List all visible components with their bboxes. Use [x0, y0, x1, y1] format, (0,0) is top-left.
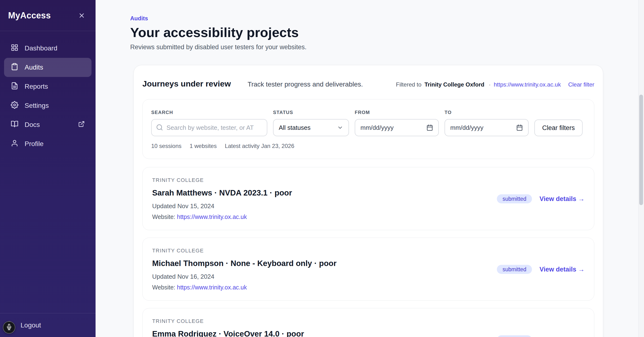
sidebar-item-label: Docs — [24, 121, 40, 129]
search-field: SEARCH — [151, 110, 267, 136]
scrollbar-track[interactable] — [638, 0, 644, 337]
sidebar-item-dashboard[interactable]: Dashboard — [4, 39, 92, 58]
sidebar-item-audits[interactable]: Audits — [4, 58, 92, 77]
status-field: STATUS All statuses — [273, 110, 349, 136]
latest-activity: Latest activity Jan 23, 2026 — [225, 142, 294, 150]
panel-title: Journeys under review — [142, 79, 231, 89]
filtered-site-name: Trinity College Oxford — [424, 81, 484, 88]
session-title: Sarah Matthews · NVDA 2023.1 · poor — [152, 188, 292, 197]
to-label: TO — [444, 110, 528, 115]
view-details-link[interactable]: View details → — [539, 195, 584, 203]
filter-row: SEARCH STATUS All statuses — [151, 110, 586, 136]
status-badge: submitted — [497, 335, 532, 337]
session-details: TRINITY COLLEGE Michael Thompson · None … — [152, 247, 336, 291]
settings-icon — [11, 101, 18, 110]
sidebar-header: MyAccess — [0, 0, 96, 31]
session-details: TRINITY COLLEGE Emma Rodriguez · VoiceOv… — [152, 318, 304, 337]
audits-icon — [11, 63, 18, 72]
to-date-value: mm/dd/yyyy — [450, 124, 484, 131]
filter-meta-row: 10 sessions 1 websites Latest activity J… — [151, 142, 586, 150]
calendar-icon — [426, 124, 433, 131]
filtered-separator: · — [489, 81, 491, 88]
session-org: TRINITY COLLEGE — [152, 247, 336, 254]
panel-subtitle: Track tester progress and deliverables. — [248, 81, 363, 88]
session-updated: Updated Nov 15, 2024 — [152, 202, 292, 210]
to-field: TO mm/dd/yyyy — [444, 110, 528, 136]
filtered-site-url-link[interactable]: https://www.trinity.ox.ac.uk — [494, 81, 561, 88]
session-title: Michael Thompson · None - Keyboard only … — [152, 259, 336, 268]
session-card: TRINITY COLLEGE Emma Rodriguez · VoiceOv… — [142, 308, 594, 337]
status-select[interactable]: All statuses — [273, 119, 349, 136]
session-title: Emma Rodriguez · VoiceOver 14.0 · poor — [152, 329, 304, 337]
sessions-count: 10 sessions — [151, 142, 182, 150]
status-selected-value: All statuses — [279, 124, 310, 131]
status-label: STATUS — [273, 110, 349, 115]
journeys-panel: Journeys under review Track tester progr… — [134, 65, 603, 337]
website-url-link[interactable]: https://www.trinity.ox.ac.uk — [177, 284, 247, 291]
from-date-value: mm/dd/yyyy — [360, 124, 394, 131]
search-icon — [156, 124, 163, 131]
docs-icon — [11, 120, 18, 130]
microphone-button[interactable] — [3, 321, 15, 334]
from-label: FROM — [355, 110, 439, 115]
website-url-link[interactable]: https://www.trinity.ox.ac.uk — [177, 213, 247, 220]
session-website: Website: https://www.trinity.ox.ac.uk — [152, 213, 292, 220]
filtered-prefix: Filtered to — [396, 81, 422, 88]
view-details-link[interactable]: View details → — [539, 266, 584, 273]
websites-count: 1 websites — [190, 142, 217, 150]
profile-icon — [11, 139, 18, 149]
filtered-to: Filtered to Trinity College Oxford · htt… — [396, 81, 594, 88]
view-details-link[interactable]: View details → — [539, 336, 584, 337]
app-root: MyAccess Dashboard Audits — [0, 0, 644, 337]
search-wrap — [151, 119, 267, 136]
page-subtitle: Reviews submitted by disabled user teste… — [130, 43, 634, 51]
session-website: Website: https://www.trinity.ox.ac.uk — [152, 284, 336, 291]
sidebar-item-docs[interactable]: Docs — [4, 115, 92, 134]
page-title: Your accessibility projects — [130, 24, 634, 41]
external-link-icon — [78, 121, 85, 129]
sidebar-item-label: Dashboard — [24, 45, 57, 52]
search-label: SEARCH — [151, 110, 267, 115]
from-date-input[interactable]: mm/dd/yyyy — [355, 119, 439, 136]
microphone-icon — [6, 324, 12, 331]
app-title: MyAccess — [8, 11, 51, 21]
filter-panel: SEARCH STATUS All statuses — [142, 99, 594, 159]
session-actions: submitted View details → — [497, 265, 584, 274]
panel-header: Journeys under review Track tester progr… — [142, 79, 594, 89]
main-content: Audits Your accessibility projects Revie… — [96, 0, 644, 337]
session-actions: submitted View details → — [497, 194, 584, 203]
dashboard-icon — [11, 44, 18, 53]
close-icon[interactable] — [76, 10, 88, 21]
sidebar-item-label: Settings — [24, 102, 49, 110]
session-details: TRINITY COLLEGE Sarah Matthews · NVDA 20… — [152, 177, 292, 220]
sidebar-item-settings[interactable]: Settings — [4, 96, 92, 115]
reports-icon — [11, 82, 18, 91]
website-label: Website: — [152, 213, 175, 220]
session-org: TRINITY COLLEGE — [152, 318, 304, 324]
clear-filters-button[interactable]: Clear filters — [534, 120, 582, 136]
chevron-down-icon — [337, 125, 343, 131]
clear-filter-link[interactable]: Clear filter — [568, 81, 594, 88]
website-label: Website: — [152, 284, 175, 291]
to-date-input[interactable]: mm/dd/yyyy — [444, 119, 528, 136]
status-badge: submitted — [497, 194, 532, 203]
sidebar-item-profile[interactable]: Profile — [4, 134, 92, 153]
logout-label: Logout — [20, 321, 41, 329]
sidebar-nav: Dashboard Audits Reports Settings — [0, 31, 96, 313]
sidebar-item-label: Audits — [24, 64, 43, 71]
from-field: FROM mm/dd/yyyy — [355, 110, 439, 136]
scrollbar-thumb[interactable] — [639, 95, 643, 205]
sidebar-item-label: Reports — [24, 83, 48, 90]
search-input[interactable] — [151, 119, 267, 136]
sidebar-item-reports[interactable]: Reports — [4, 77, 92, 96]
sidebar-item-label: Profile — [24, 140, 44, 148]
status-badge: submitted — [497, 265, 532, 274]
breadcrumb[interactable]: Audits — [130, 15, 634, 22]
session-list: TRINITY COLLEGE Sarah Matthews · NVDA 20… — [142, 167, 594, 337]
session-updated: Updated Nov 16, 2024 — [152, 273, 336, 280]
session-card: TRINITY COLLEGE Sarah Matthews · NVDA 20… — [142, 167, 594, 230]
session-actions: submitted View details → — [497, 335, 584, 337]
sidebar: MyAccess Dashboard Audits — [0, 0, 96, 337]
session-org: TRINITY COLLEGE — [152, 177, 292, 184]
calendar-icon — [516, 124, 523, 131]
